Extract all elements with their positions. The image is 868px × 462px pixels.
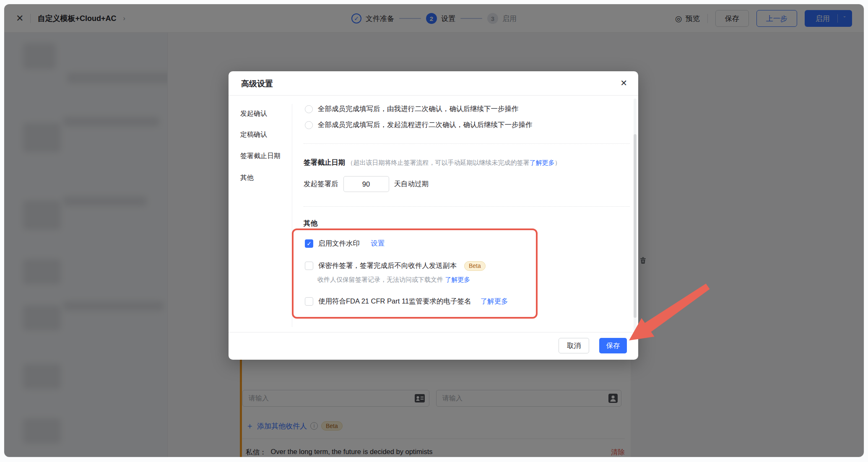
- divider: [304, 206, 630, 207]
- expire-suffix: 天自动过期: [394, 179, 429, 189]
- checkbox-label: 使用符合FDA 21 CFR Part 11监管要求的电子签名: [318, 297, 471, 306]
- divider: [304, 143, 630, 144]
- radio-label: 全部成员完成填写后，发起流程进行二次确认，确认后继续下一步操作: [318, 120, 533, 130]
- learn-more-link[interactable]: 了解更多: [530, 159, 555, 166]
- modal-nav-sign-deadline[interactable]: 签署截止日期: [240, 151, 281, 161]
- modal-cancel-button[interactable]: 取消: [559, 338, 589, 353]
- checkbox-label: 保密件签署，签署完成后不向收件人发送副本: [318, 261, 457, 270]
- fda-signature-option[interactable]: 使用符合FDA 21 CFR Part 11监管要求的电子签名 了解更多: [305, 297, 508, 306]
- modal-save-button[interactable]: 保存: [599, 338, 627, 353]
- checkbox-checked-icon[interactable]: ✓: [305, 239, 313, 248]
- divider: [229, 332, 638, 332]
- radio-unchecked-icon[interactable]: [305, 105, 313, 113]
- checkbox-unchecked-icon[interactable]: [305, 262, 313, 270]
- divider: [292, 104, 292, 327]
- learn-more-link[interactable]: 了解更多: [445, 276, 470, 283]
- advanced-settings-modal: 高级设置 ✕ 发起确认 定稿确认 签署截止日期 其他 全部成员完成填写后，由我进…: [229, 71, 638, 360]
- learn-more-link[interactable]: 了解更多: [481, 297, 508, 306]
- watermark-option[interactable]: ✓ 启用文件水印 设置: [305, 239, 385, 248]
- modal-scrollbar-thumb[interactable]: [634, 134, 637, 318]
- app-window: ✕ 自定义模板+Cloud+AC › ✓ 文件准备 2 设置 3 启用: [4, 4, 864, 457]
- confidential-subtext-text: 收件人仅保留签署记录，无法访问或下载文件: [317, 276, 443, 283]
- expire-days-input[interactable]: [343, 176, 389, 192]
- expire-days-row: 发起签署后 天自动过期: [304, 176, 429, 192]
- divider: [229, 95, 638, 96]
- deadline-hint-close: ）: [555, 159, 561, 166]
- screenshot-root: ✕ 自定义模板+Cloud+AC › ✓ 文件准备 2 设置 3 启用: [0, 0, 868, 462]
- confirm-option-by-flow[interactable]: 全部成员完成填写后，发起流程进行二次确认，确认后继续下一步操作: [305, 120, 533, 130]
- beta-badge: Beta: [464, 261, 486, 271]
- deadline-heading: 签署截止日期: [304, 158, 345, 166]
- deadline-hint: （超出该日期将终止签署流程，可以手动延期以继续未完成的签署: [347, 159, 530, 166]
- modal-title: 高级设置: [241, 78, 273, 89]
- modal-close-icon[interactable]: ✕: [620, 78, 627, 88]
- checkbox-label: 启用文件水印: [318, 239, 360, 248]
- watermark-settings-link[interactable]: 设置: [371, 239, 385, 248]
- expire-prefix: 发起签署后: [304, 179, 338, 189]
- modal-nav-finalize-confirm[interactable]: 定稿确认: [240, 130, 267, 139]
- confirm-option-by-me[interactable]: 全部成员完成填写后，由我进行二次确认，确认后继续下一步操作: [305, 104, 519, 114]
- radio-label: 全部成员完成填写后，由我进行二次确认，确认后继续下一步操作: [318, 104, 519, 114]
- confidential-option[interactable]: 保密件签署，签署完成后不向收件人发送副本 Beta: [305, 261, 486, 271]
- checkbox-unchecked-icon[interactable]: [305, 297, 313, 306]
- modal-nav-initiate-confirm[interactable]: 发起确认: [240, 109, 267, 118]
- confidential-subtext: 收件人仅保留签署记录，无法访问或下载文件 了解更多: [317, 276, 470, 284]
- other-heading: 其他: [304, 219, 317, 228]
- modal-nav-other[interactable]: 其他: [240, 173, 254, 182]
- deadline-section: 签署截止日期 （超出该日期将终止签署流程，可以手动延期以继续未完成的签署了解更多…: [304, 158, 561, 167]
- radio-unchecked-icon[interactable]: [305, 121, 313, 129]
